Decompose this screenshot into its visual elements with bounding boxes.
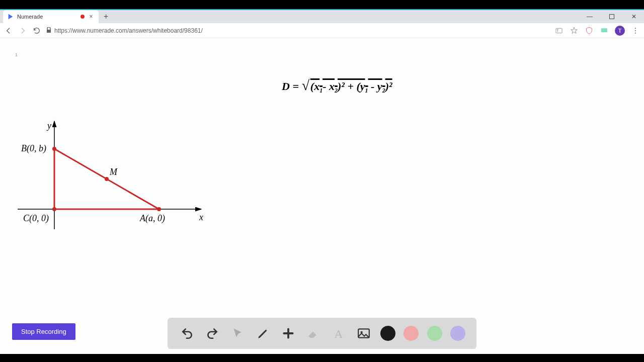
drawing-toolbar: A bbox=[168, 318, 476, 349]
page-content: 1 y x B(0, b) C(0, 0) bbox=[0, 38, 644, 354]
translate-icon[interactable] bbox=[554, 26, 564, 35]
tab-bar: Numerade × + — ✕ bbox=[0, 10, 644, 23]
url-input[interactable]: https://www.numerade.com/answers/whitebo… bbox=[46, 27, 549, 34]
pen-tool[interactable] bbox=[255, 325, 272, 342]
svg-rect-4 bbox=[601, 28, 607, 32]
svg-point-5 bbox=[635, 28, 636, 29]
menu-icon[interactable] bbox=[631, 26, 640, 35]
tab-close-button[interactable]: × bbox=[88, 13, 95, 20]
add-tool[interactable] bbox=[280, 325, 297, 342]
new-tab-button[interactable]: + bbox=[104, 12, 108, 21]
browser-window: Numerade × + — ✕ https://www.numerade.co… bbox=[0, 10, 644, 354]
bookmark-icon[interactable] bbox=[570, 26, 579, 35]
back-button[interactable] bbox=[4, 26, 13, 35]
distance-formula: D = √(x1- x2)² + (y1 - y2)² bbox=[282, 77, 392, 95]
whiteboard-canvas[interactable]: y x B(0, b) C(0, 0) A(a, 0) M D = √(x1- … bbox=[0, 38, 644, 354]
y-axis-label: y bbox=[46, 121, 51, 131]
svg-point-15 bbox=[157, 207, 161, 211]
stop-recording-button[interactable]: Stop Recording bbox=[12, 323, 75, 340]
forward-button[interactable] bbox=[18, 26, 27, 35]
point-a-label: A(a, 0) bbox=[139, 213, 165, 224]
browser-tab[interactable]: Numerade × bbox=[3, 10, 99, 23]
svg-point-13 bbox=[52, 147, 56, 151]
pointer-tool[interactable] bbox=[229, 325, 246, 342]
lock-icon bbox=[46, 27, 51, 34]
reload-button[interactable] bbox=[32, 26, 41, 35]
extension-screen-icon[interactable] bbox=[600, 26, 609, 35]
url-text: https://www.numerade.com/answers/whitebo… bbox=[54, 27, 203, 34]
extension-shield-icon[interactable] bbox=[585, 26, 594, 35]
svg-point-7 bbox=[635, 32, 636, 33]
eraser-tool[interactable] bbox=[305, 325, 322, 342]
x-axis-label: x bbox=[199, 212, 203, 222]
color-purple[interactable] bbox=[450, 326, 465, 341]
svg-point-6 bbox=[635, 30, 636, 31]
svg-marker-0 bbox=[9, 14, 13, 20]
image-tool[interactable] bbox=[355, 325, 372, 342]
point-c-label: C(0, 0) bbox=[23, 213, 49, 224]
svg-text:A: A bbox=[334, 327, 343, 340]
address-bar: https://www.numerade.com/answers/whitebo… bbox=[0, 23, 644, 38]
color-black[interactable] bbox=[380, 326, 395, 341]
text-tool[interactable]: A bbox=[330, 325, 347, 342]
color-green[interactable] bbox=[427, 326, 442, 341]
recording-icon bbox=[80, 15, 85, 19]
point-m-label: M bbox=[109, 167, 118, 177]
coordinate-graph: y x B(0, b) C(0, 0) A(a, 0) M bbox=[10, 78, 221, 234]
color-red[interactable] bbox=[404, 326, 419, 341]
tab-favicon-icon bbox=[7, 13, 14, 20]
redo-button[interactable] bbox=[204, 325, 221, 342]
svg-point-16 bbox=[105, 177, 109, 181]
profile-avatar[interactable]: T bbox=[615, 26, 625, 36]
svg-rect-2 bbox=[47, 30, 51, 33]
window-controls: — ✕ bbox=[583, 10, 641, 23]
minimize-button[interactable]: — bbox=[583, 12, 597, 22]
svg-point-14 bbox=[52, 207, 56, 211]
undo-button[interactable] bbox=[179, 325, 196, 342]
svg-rect-1 bbox=[610, 15, 614, 19]
svg-rect-3 bbox=[556, 28, 562, 33]
close-window-button[interactable]: ✕ bbox=[627, 12, 641, 22]
tab-title: Numerade bbox=[17, 14, 77, 20]
point-b-label: B(0, b) bbox=[21, 143, 46, 154]
maximize-button[interactable] bbox=[605, 12, 619, 22]
